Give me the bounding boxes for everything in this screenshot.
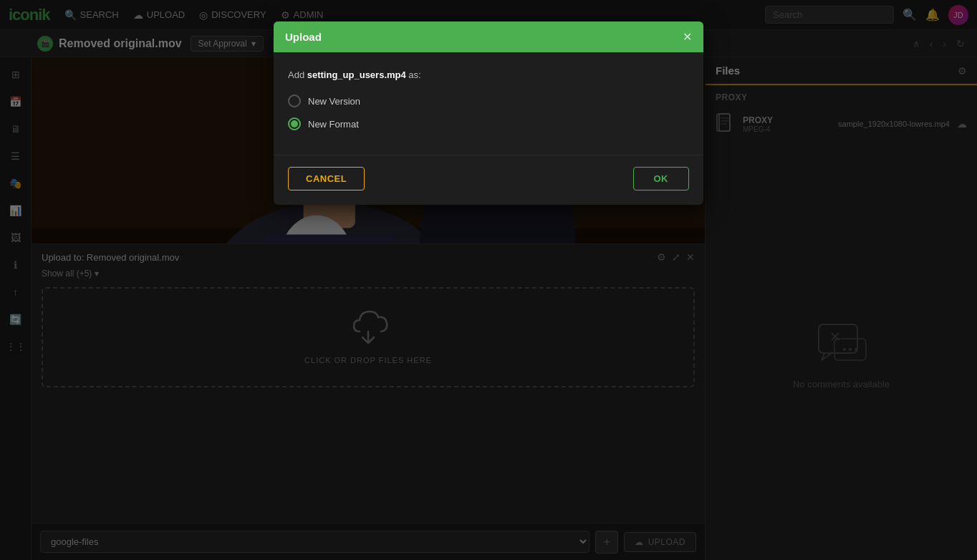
upload-modal: Upload ✕ Add setting_up_users.mp4 as: Ne…: [274, 21, 703, 205]
ok-button[interactable]: OK: [633, 167, 690, 190]
option-new-version[interactable]: New Version: [288, 95, 689, 107]
modal-title: Upload: [285, 31, 322, 43]
modal-footer: CANCEL OK: [274, 155, 703, 205]
radio-new-version[interactable]: [288, 95, 301, 107]
new-version-label: New Version: [308, 96, 360, 107]
cancel-button[interactable]: CANCEL: [288, 167, 365, 190]
modal-body: Add setting_up_users.mp4 as: New Version…: [274, 52, 703, 155]
modal-overlay: Upload ✕ Add setting_up_users.mp4 as: Ne…: [0, 0, 977, 560]
option-new-format[interactable]: New Format: [288, 117, 689, 130]
modal-description: Add setting_up_users.mp4 as:: [288, 69, 689, 80]
modal-close-button[interactable]: ✕: [683, 30, 692, 44]
modal-filename: setting_up_users.mp4: [307, 69, 406, 80]
new-format-label: New Format: [308, 119, 359, 130]
modal-header: Upload ✕: [274, 21, 703, 52]
radio-new-format[interactable]: [288, 117, 301, 130]
